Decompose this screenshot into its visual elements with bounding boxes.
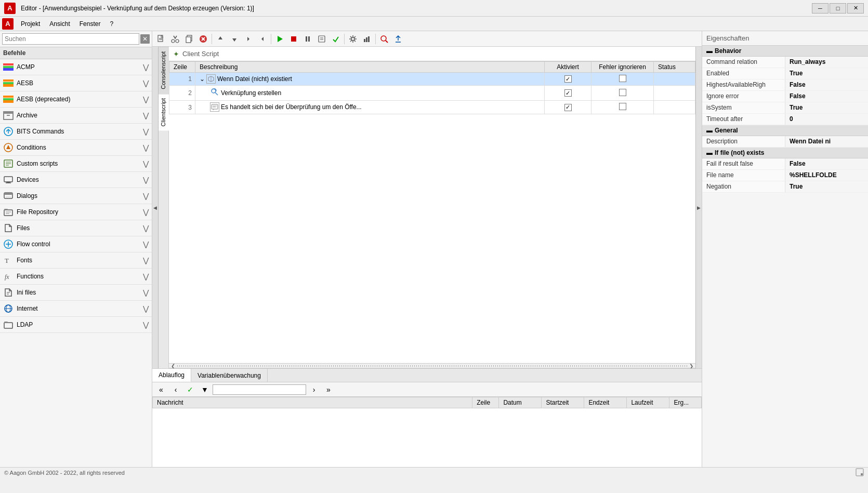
script-title-icon: ✦	[173, 50, 179, 58]
sep4	[375, 34, 376, 44]
row-activated-cell[interactable]: ✓	[545, 73, 591, 86]
prop-row-issystem: isSystem True	[702, 102, 868, 114]
search-input[interactable]	[2, 33, 139, 45]
new-btn[interactable]	[154, 33, 168, 45]
sidebar-item-aesb-label: AESB	[17, 79, 140, 87]
delete-btn[interactable]	[196, 33, 210, 45]
sidebar-item-internet[interactable]: Internet ⋁	[0, 301, 152, 317]
clientscript-tab[interactable]: Clientscript	[159, 94, 169, 130]
col-beschreibung: Beschreibung	[195, 62, 545, 73]
move-up-btn[interactable]	[214, 33, 227, 45]
prop-group-general[interactable]: ▬ General	[702, 125, 868, 136]
prop-group-iffile[interactable]: ▬ If file (not) exists	[702, 148, 868, 158]
row-activated-cell[interactable]: ✓	[545, 86, 591, 101]
upload-btn[interactable]	[391, 33, 405, 45]
maximize-button[interactable]: □	[830, 3, 846, 14]
menu-ansicht[interactable]: Ansicht	[45, 19, 74, 29]
svg-rect-5	[3, 84, 14, 87]
check-btn[interactable]	[329, 33, 343, 45]
menu-fenster[interactable]: Fenster	[75, 19, 105, 29]
log-first-btn[interactable]: «	[154, 383, 168, 396]
svg-rect-3	[3, 79, 14, 82]
error-checkbox[interactable]	[619, 89, 626, 96]
error-checkbox[interactable]	[619, 75, 626, 82]
move-down-btn[interactable]	[228, 33, 241, 45]
minimize-button[interactable]: ─	[812, 3, 828, 14]
row-num-cell: 1	[169, 73, 195, 86]
table-row[interactable]: 3 Es handelt sich bei der Überprüfung um…	[169, 101, 695, 114]
table-row[interactable]: 1 ⌄ Wenn Datei (nicht) exi	[169, 73, 695, 86]
activated-checkbox[interactable]: ✓	[564, 104, 572, 111]
log-tab-ablauflog[interactable]: Ablauflog	[152, 369, 191, 382]
sidebar-item-dialogs[interactable]: Dialogs ⋁	[0, 188, 152, 204]
log-search-input[interactable]	[213, 384, 306, 395]
sidebar-item-flow[interactable]: Flow control ⋁	[0, 236, 152, 252]
activated-checkbox[interactable]: ✓	[564, 75, 572, 83]
log-last-btn[interactable]: »	[322, 383, 335, 396]
log-btn[interactable]	[315, 33, 328, 45]
sidebar-item-aesb[interactable]: AESB ⋁	[0, 75, 152, 91]
script-title-text: Client Script	[182, 50, 219, 58]
sidebar-item-conditions[interactable]: Conditions ⋁	[0, 140, 152, 156]
sidebar-item-internet-label: Internet	[17, 305, 140, 312]
sidebar-item-files[interactable]: Files ⋁	[0, 220, 152, 236]
activated-checkbox[interactable]: ✓	[564, 89, 572, 97]
error-checkbox[interactable]	[619, 103, 626, 110]
sidebar-item-fonts[interactable]: T Fonts ⋁	[0, 252, 152, 269]
scroll-left-arrow[interactable]: ❮	[171, 363, 175, 369]
search-clear-button[interactable]: ✕	[140, 34, 150, 44]
run-btn[interactable]	[273, 33, 286, 45]
sidebar-item-functions[interactable]: fx Functions ⋁	[0, 269, 152, 285]
sidebar-item-aesb-deprecated[interactable]: AESB (deprecated) ⋁	[0, 91, 152, 108]
outdent-btn[interactable]	[256, 33, 269, 45]
svg-point-57	[351, 37, 354, 41]
left-collapse-handle[interactable]: ◀	[152, 47, 159, 368]
row-desc-cell: Es handelt sich bei der Überprüfung um d…	[195, 101, 545, 114]
internet-icon	[3, 303, 14, 314]
expand-arrow[interactable]: ⌄	[200, 75, 205, 83]
table-row[interactable]: 2 Verknüpfung erstellen	[169, 86, 695, 101]
log-prev-btn[interactable]: ‹	[169, 383, 182, 396]
log-tab-variablen[interactable]: Variablenüberwachung	[191, 369, 268, 382]
sidebar-item-custom-scripts[interactable]: Custom scripts ⋁	[0, 156, 152, 172]
copy-btn[interactable]	[182, 33, 196, 45]
sidebar-item-acmp[interactable]: ACMP ⋁	[0, 59, 152, 75]
sidebar-item-archive[interactable]: Archive ⋁	[0, 108, 152, 124]
menu-help[interactable]: ?	[106, 19, 117, 29]
log-next-btn[interactable]: ›	[307, 383, 321, 396]
chart-btn[interactable]	[360, 33, 374, 45]
script-toolbar	[152, 31, 702, 47]
search-btn[interactable]	[377, 33, 391, 45]
log-dropdown-btn[interactable]: ▼	[198, 383, 212, 396]
prop-title: Eigenschaften	[702, 31, 868, 46]
row-error-cell[interactable]	[591, 73, 654, 86]
row-error-cell[interactable]	[591, 86, 654, 101]
row-activated-cell[interactable]: ✓	[545, 101, 591, 114]
log-toolbar: « ‹ ✓ ▼ › »	[152, 382, 702, 397]
cut-btn[interactable]	[168, 33, 182, 45]
menu-projekt[interactable]: Projekt	[17, 19, 44, 29]
pause-btn[interactable]	[301, 33, 314, 45]
sidebar-item-file-repo[interactable]: File Repository ⋁	[0, 204, 152, 220]
sidebar-item-bits[interactable]: BITS Commands ⋁	[0, 124, 152, 140]
dialogs-icon	[3, 191, 14, 201]
right-collapse-handle[interactable]: ▶	[695, 47, 702, 368]
indent-btn[interactable]	[242, 33, 255, 45]
close-button[interactable]: ✕	[847, 3, 864, 14]
sidebar-item-ldap[interactable]: LDAP ⋁	[0, 317, 152, 333]
sidebar-item-devices[interactable]: Devices ⋁	[0, 172, 152, 188]
log-col-startzeit: Startzeit	[542, 397, 584, 408]
log-check-btn[interactable]: ✓	[183, 383, 197, 396]
prop-row-command-relation: Command relation Run_always	[702, 57, 868, 68]
prop-row-timeout: Timeout after 0	[702, 114, 868, 125]
svg-text:fx: fx	[5, 273, 9, 281]
row-error-cell[interactable]	[591, 101, 654, 114]
svg-rect-65	[212, 104, 218, 109]
svg-rect-53	[308, 36, 310, 42]
sidebar-item-ini[interactable]: Ini files ⋁	[0, 285, 152, 301]
stop-btn[interactable]	[287, 33, 300, 45]
scroll-right-arrow[interactable]: ❯	[689, 363, 693, 369]
config-btn[interactable]	[346, 33, 360, 45]
prop-group-behavior[interactable]: ▬ Behavior	[702, 46, 868, 57]
consolenscript-tab[interactable]: Consolenscript	[159, 47, 169, 94]
